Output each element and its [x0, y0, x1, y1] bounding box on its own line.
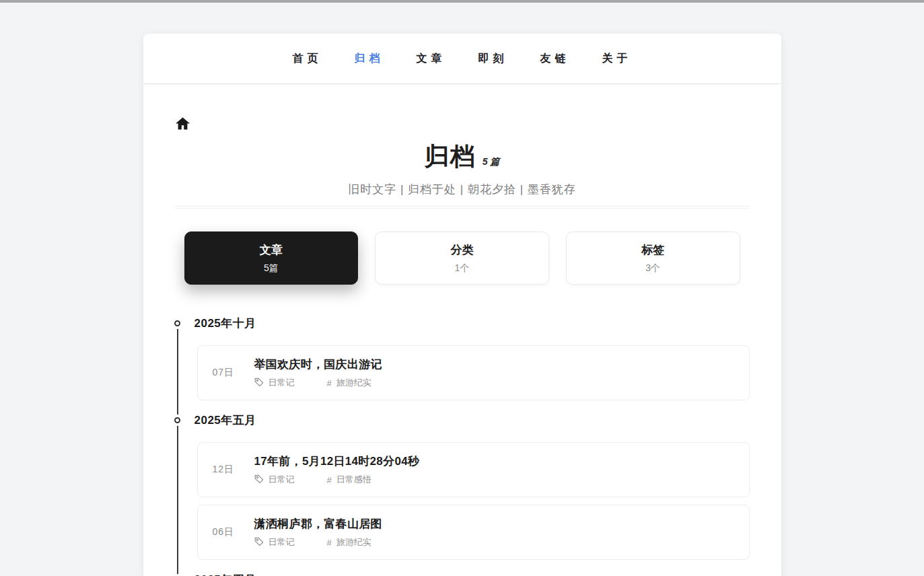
post-title-link[interactable]: 举国欢庆时，国庆出游记	[254, 357, 382, 372]
timeline-month-block: 2025年五月 12日 17年前，5月12日14时28分04秒 日常记 # 日常…	[175, 412, 750, 560]
nav-item[interactable]: 关于	[602, 52, 632, 66]
archive-header: 归档 5 篇 旧时文字 | 归档于处 | 朝花夕拾 | 墨香犹存	[175, 140, 750, 197]
timeline-month-head: 2025年十月	[175, 316, 750, 331]
nav-item[interactable]: 归档	[355, 52, 384, 66]
stats-row: 文章 5篇 分类 1个 标签 3个	[184, 231, 740, 285]
stat-card[interactable]: 分类 1个	[375, 231, 549, 285]
stat-card[interactable]: 标签 3个	[566, 231, 740, 285]
home-icon	[175, 122, 190, 133]
post-main: 潇洒桐庐郡，富春山居图 日常记 # 旅游纪实	[254, 516, 382, 548]
post-category-link[interactable]: 日常记	[254, 377, 295, 389]
stat-card-label: 文章	[260, 242, 283, 258]
nav-item[interactable]: 即刻	[478, 52, 508, 66]
post-main: 17年前，5月12日14时28分04秒 日常记 # 日常感悟	[254, 454, 420, 486]
post-date: 12日	[213, 464, 254, 476]
browser-top-strip	[0, 0, 924, 3]
page-content: 归档 5 篇 旧时文字 | 归档于处 | 朝花夕拾 | 墨香犹存 文章 5篇 分…	[143, 84, 781, 576]
month-posts: 12日 17年前，5月12日14时28分04秒 日常记 # 日常感悟 06日 潇…	[175, 442, 750, 560]
timeline-month-head: 2025年五月	[175, 412, 750, 428]
stat-card-count: 5篇	[264, 262, 279, 275]
nav-item[interactable]: 文章	[417, 52, 446, 66]
post-tag-label: 旅游纪实	[336, 536, 371, 548]
post-date: 06日	[213, 526, 254, 538]
timeline-month-block: 2025年十月 07日 举国欢庆时，国庆出游记 日常记 # 旅游纪实	[175, 316, 750, 400]
post-category-link[interactable]: 日常记	[254, 536, 295, 548]
home-button[interactable]	[175, 116, 190, 131]
page-title: 归档	[425, 140, 476, 174]
timeline-month-head: 2025年四月	[175, 572, 750, 576]
nav-item-label: 即刻	[478, 52, 508, 64]
post-date: 07日	[213, 367, 254, 379]
timeline-dot-icon	[174, 417, 180, 423]
timeline-month-label: 2025年十月	[194, 316, 256, 331]
post-tag-label: 日常感悟	[336, 474, 371, 486]
header-divider	[175, 206, 750, 209]
stat-card-count: 3个	[645, 262, 660, 275]
main-nav: 首页 归档 文章 即刻 友链 关于	[143, 34, 781, 84]
hash-icon: #	[327, 538, 332, 548]
post-tag-label: 旅游纪实	[336, 377, 371, 389]
timeline-month-label: 2025年四月	[194, 572, 256, 576]
post-category-label: 日常记	[269, 536, 295, 548]
post-card[interactable]: 06日 潇洒桐庐郡，富春山居图 日常记 # 旅游纪实	[197, 505, 750, 560]
post-meta: 日常记 # 旅游纪实	[254, 377, 382, 389]
hash-icon: #	[327, 378, 332, 388]
archive-timeline: 2025年十月 07日 举国欢庆时，国庆出游记 日常记 # 旅游纪实	[175, 316, 750, 576]
post-tag-link[interactable]: # 旅游纪实	[327, 377, 371, 389]
page-subtitle: 旧时文字 | 归档于处 | 朝花夕拾 | 墨香犹存	[175, 182, 750, 197]
tag-icon	[254, 537, 264, 548]
post-title-link[interactable]: 17年前，5月12日14时28分04秒	[254, 454, 420, 469]
main-panel: 首页 归档 文章 即刻 友链 关于 归档 5 篇 旧时文字 | 归档于处 | 朝…	[143, 34, 781, 576]
post-category-label: 日常记	[269, 377, 295, 389]
post-category-link[interactable]: 日常记	[254, 474, 295, 486]
timeline-month-label: 2025年五月	[194, 412, 256, 428]
stat-card-label: 分类	[451, 242, 474, 258]
stat-card[interactable]: 文章 5篇	[184, 231, 359, 285]
tag-icon	[254, 377, 264, 389]
post-meta: 日常记 # 日常感悟	[254, 474, 420, 486]
stat-card-label: 标签	[641, 242, 664, 258]
nav-item-label: 关于	[602, 52, 632, 64]
stat-card-count: 1个	[455, 262, 470, 275]
timeline-line	[177, 321, 178, 576]
tag-icon	[254, 474, 264, 486]
nav-item[interactable]: 首页	[293, 52, 322, 66]
post-card[interactable]: 12日 17年前，5月12日14时28分04秒 日常记 # 日常感悟	[197, 442, 750, 497]
post-meta: 日常记 # 旅游纪实	[254, 536, 382, 548]
post-card[interactable]: 07日 举国欢庆时，国庆出游记 日常记 # 旅游纪实	[197, 345, 750, 400]
timeline-month-block: 2025年四月	[175, 572, 750, 576]
post-main: 举国欢庆时，国庆出游记 日常记 # 旅游纪实	[254, 357, 382, 389]
nav-item-label: 文章	[417, 52, 446, 64]
post-count-badge: 5 篇	[483, 156, 500, 168]
post-title-link[interactable]: 潇洒桐庐郡，富春山居图	[254, 516, 382, 532]
month-posts: 07日 举国欢庆时，国庆出游记 日常记 # 旅游纪实	[175, 345, 750, 400]
hash-icon: #	[327, 475, 332, 485]
post-category-label: 日常记	[269, 474, 295, 486]
timeline-dot-icon	[174, 320, 180, 326]
nav-item-label: 首页	[293, 52, 322, 64]
post-tag-link[interactable]: # 日常感悟	[327, 474, 371, 486]
nav-item[interactable]: 友链	[540, 52, 570, 66]
nav-item-label: 归档	[355, 52, 384, 64]
post-tag-link[interactable]: # 旅游纪实	[327, 536, 371, 548]
nav-item-label: 友链	[540, 52, 570, 64]
